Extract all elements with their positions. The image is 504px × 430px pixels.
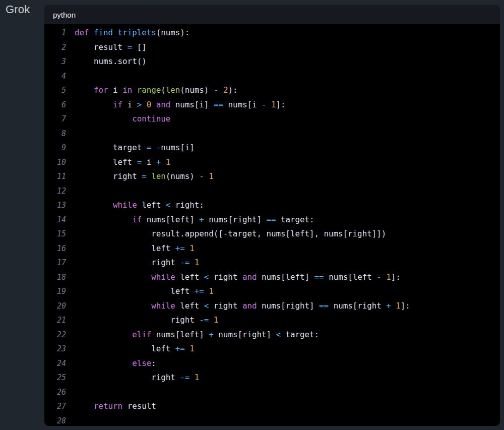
token-text	[89, 28, 94, 37]
token-operator: ==	[266, 215, 276, 224]
code-line-content: target = -nums[i]	[66, 141, 195, 155]
token-text	[75, 301, 151, 311]
token-operator: +	[386, 301, 391, 311]
token-text	[75, 85, 94, 95]
token-keyword: else	[132, 358, 151, 368]
line-number: 14	[44, 213, 66, 227]
token-keyword: for	[94, 85, 108, 95]
code-line-content	[66, 414, 75, 426]
token-text	[218, 85, 223, 95]
code-line: 17 right -= 1	[44, 256, 500, 270]
token-operator: ==	[319, 301, 329, 311]
token-text	[204, 286, 209, 296]
token-text	[185, 243, 190, 253]
line-number: 5	[44, 83, 66, 98]
token-operator: -	[214, 85, 219, 95]
line-number: 12	[44, 184, 66, 199]
line-number: 13	[44, 198, 66, 213]
token-number: 1	[195, 373, 200, 382]
token-operator: -=	[180, 258, 190, 267]
token-text: result	[122, 401, 156, 411]
token-text: left	[175, 272, 204, 282]
token-text: ]:	[276, 100, 286, 109]
token-text: right:	[170, 200, 204, 210]
code-line-content: left = i + 1	[66, 155, 170, 170]
token-text: nums[right]	[204, 215, 267, 224]
token-text: ):	[228, 85, 237, 95]
token-text: ]:	[391, 272, 401, 282]
line-number: 20	[44, 299, 66, 314]
token-keyword: while	[151, 301, 175, 311]
token-operator: ==	[314, 272, 324, 282]
code-language-bar: python	[44, 5, 500, 24]
line-number: 7	[44, 112, 66, 127]
code-line: 25 right -= 1	[44, 371, 500, 385]
code-line: 3 nums.sort()	[44, 54, 500, 69]
token-operator: -=	[180, 373, 190, 382]
token-text: (nums):	[156, 28, 190, 37]
token-builtin: len	[166, 85, 180, 95]
token-keyword: while	[113, 200, 137, 210]
code-line: 23 left += 1	[44, 342, 500, 356]
token-text: nums[left]	[142, 215, 199, 224]
code-body[interactable]: 1def find_triplets(nums):2 result = []3 …	[44, 24, 500, 426]
token-text: left	[175, 301, 204, 311]
line-number: 8	[44, 127, 66, 141]
code-line: 28	[44, 414, 500, 426]
code-line-content: left += 1	[66, 342, 195, 356]
token-text: right	[75, 258, 180, 267]
token-operator: <	[166, 200, 171, 210]
token-text: (	[161, 85, 166, 95]
token-operator: =	[128, 42, 133, 52]
token-operator: -=	[199, 315, 209, 325]
code-line: 11 right = len(nums) - 1	[44, 169, 500, 184]
token-keyword: while	[151, 272, 175, 282]
line-number: 11	[44, 169, 66, 184]
token-number: 1	[166, 157, 171, 167]
line-number: 6	[44, 98, 66, 112]
code-line-content: if i > 0 and nums[i] == nums[i - 1]:	[66, 98, 286, 112]
code-line-content: right -= 1	[66, 371, 199, 385]
code-line: 12	[44, 184, 500, 199]
token-text: nums[right]	[257, 301, 319, 311]
line-number: 17	[44, 256, 66, 270]
token-operator: <	[204, 272, 209, 282]
token-text: right	[75, 373, 180, 382]
token-builtin: range	[137, 85, 161, 95]
token-text	[75, 215, 132, 224]
token-text	[75, 114, 132, 124]
token-keyword: if	[132, 215, 142, 224]
token-number: 1	[386, 272, 391, 282]
token-keyword: in	[122, 85, 132, 95]
token-keyword: continue	[132, 114, 170, 124]
code-line-content: elif nums[left] + nums[right] < target:	[66, 328, 319, 342]
code-line-content	[66, 127, 75, 141]
code-line-content	[66, 385, 75, 400]
token-text: ]:	[401, 301, 410, 311]
code-line-content: for i in range(len(nums) - 2):	[66, 83, 237, 98]
token-text: right	[209, 301, 242, 311]
token-operator: <	[276, 330, 281, 339]
code-line-content: left += 1	[66, 284, 214, 299]
line-number: 23	[44, 342, 66, 356]
token-operator: +	[199, 215, 204, 224]
token-number: 1	[209, 171, 214, 181]
code-line-content: right -= 1	[66, 256, 199, 270]
token-text	[75, 272, 151, 282]
code-line: 13 while left < right:	[44, 198, 500, 213]
token-text	[190, 258, 195, 267]
token-text: nums[right	[329, 301, 386, 311]
token-function: find_triplets	[94, 28, 156, 37]
line-number: 10	[44, 155, 66, 170]
line-number: 9	[44, 141, 66, 155]
token-text: right	[75, 315, 199, 325]
token-operator: -	[156, 143, 161, 152]
line-number: 26	[44, 385, 66, 400]
token-text: nums[right]	[214, 330, 276, 339]
token-text	[75, 358, 132, 368]
token-text	[142, 100, 147, 109]
line-number: 28	[44, 414, 66, 426]
token-text	[151, 143, 156, 152]
token-operator: =	[137, 157, 142, 167]
line-number: 3	[44, 54, 66, 69]
